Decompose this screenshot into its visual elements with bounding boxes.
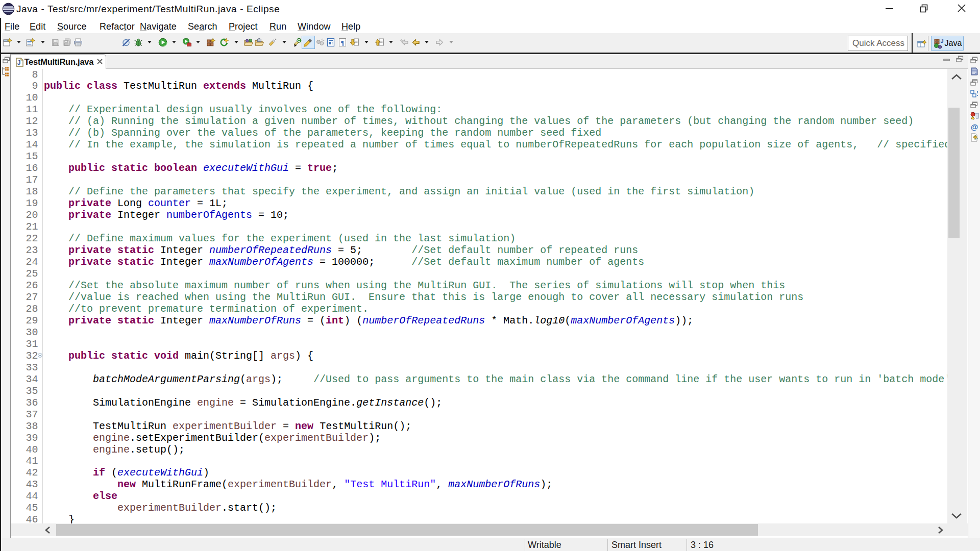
svg-text:¶: ¶ [340,39,344,46]
svg-text:J: J [17,59,20,66]
svg-text:J: J [940,39,943,44]
svg-text:@: @ [971,123,978,131]
